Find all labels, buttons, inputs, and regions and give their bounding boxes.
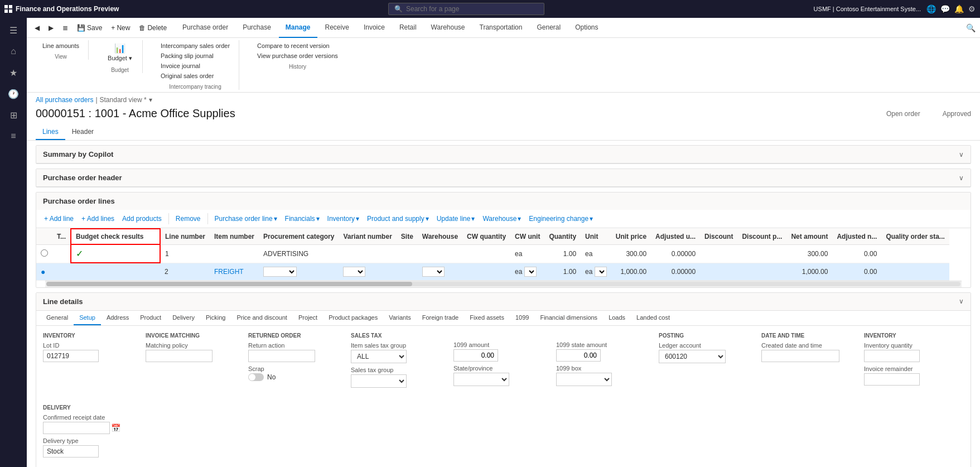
confirmed-receipt-input[interactable] [43, 422, 110, 434]
td-radio-1[interactable] [36, 244, 52, 263]
detail-tab-financial-dimensions[interactable]: Financial dimensions [534, 311, 603, 325]
intercompany-sales-order-button[interactable]: Intercompany sales order [158, 41, 232, 50]
tab-warehouse[interactable]: Warehouse [424, 18, 472, 38]
product-and-supply-dropdown[interactable]: Product and supply ▾ [364, 213, 432, 224]
detail-tab-product-packages[interactable]: Product packages [323, 311, 383, 325]
section-line-details-header[interactable]: Line details ∨ [36, 293, 971, 311]
item-sales-tax-group-select[interactable]: ALL [351, 350, 407, 363]
section-po-header-header[interactable]: Purchase order header ∨ [36, 169, 971, 187]
breadcrumb-link[interactable]: All purchase orders [36, 96, 93, 104]
detail-tab-loads[interactable]: Loads [603, 311, 631, 325]
tab-purchase-order[interactable]: Purchase order [176, 18, 235, 38]
detail-tab-setup[interactable]: Setup [74, 311, 101, 325]
tab-options[interactable]: Options [568, 18, 605, 38]
table-row[interactable]: ● 2 FREIGHT [36, 263, 949, 280]
scrap-toggle[interactable] [248, 373, 264, 381]
inventory-dropdown[interactable]: Inventory ▾ [324, 213, 363, 224]
matching-policy-input[interactable] [146, 350, 213, 362]
side-nav-favorites[interactable]: ★ [1, 62, 26, 83]
detail-tab-variants[interactable]: Variants [383, 311, 417, 325]
packing-slip-journal-button[interactable]: Packing slip journal [158, 51, 232, 60]
tab-receive[interactable]: Receive [318, 18, 356, 38]
ribbon-search-button[interactable]: 🔍 [966, 23, 976, 32]
tab-manage[interactable]: Manage [279, 18, 317, 38]
tab-transportation[interactable]: Transportation [473, 18, 529, 38]
financials-dropdown[interactable]: Financials ▾ [282, 213, 323, 224]
warehouse-select-2[interactable] [422, 267, 445, 277]
unit-select-2[interactable] [595, 267, 607, 277]
invoice-remainder-input[interactable] [864, 373, 920, 386]
calendar-icon[interactable]: 📅 [111, 423, 120, 432]
view-po-versions-button[interactable]: View purchase order versions [255, 51, 340, 60]
warehouse-dropdown[interactable]: Warehouse ▾ [479, 213, 524, 224]
return-action-input[interactable] [248, 350, 315, 362]
section-summary-copilot-header[interactable]: Summary by Copilot ∨ [36, 146, 971, 163]
tab-lines[interactable]: Lines [36, 124, 65, 140]
settings-icon[interactable]: ⚙ [968, 4, 976, 13]
tab-header[interactable]: Header [65, 124, 100, 140]
remove-button[interactable]: Remove [172, 213, 204, 224]
detail-tab-delivery[interactable]: Delivery [167, 311, 200, 325]
side-nav-modules[interactable]: ≡ [1, 126, 26, 146]
add-products-button[interactable]: Add products [119, 213, 165, 224]
amount-1099-state-input[interactable] [556, 349, 601, 362]
original-sales-order-button[interactable]: Original sales order [158, 71, 232, 80]
update-line-dropdown[interactable]: Update line ▾ [433, 213, 479, 224]
side-nav-home[interactable]: ⌂ [1, 41, 26, 61]
purchase-order-line-dropdown[interactable]: Purchase order line ▾ [211, 213, 281, 224]
detail-tab-picking[interactable]: Picking [200, 311, 231, 325]
chat-icon[interactable]: 💬 [940, 4, 950, 13]
side-nav-workspaces[interactable]: ⊞ [1, 105, 26, 125]
save-button[interactable]: 💾 Save [74, 22, 105, 34]
inventory-quantity-input[interactable] [864, 350, 920, 362]
breadcrumb-chevron[interactable]: ▾ [149, 96, 152, 104]
sales-tax-group-select[interactable] [351, 374, 407, 388]
side-nav-hamburger[interactable]: ☰ [1, 20, 26, 40]
side-nav-recent[interactable]: 🕐 [1, 84, 26, 104]
ribbon-search[interactable]: 🔍 [966, 23, 976, 32]
variant-select-2[interactable] [343, 267, 365, 277]
ledger-account-select[interactable]: 600120 [659, 350, 726, 363]
delete-button[interactable]: 🗑 Delete [136, 22, 170, 34]
detail-tab-product[interactable]: Product [134, 311, 167, 325]
back-button[interactable]: ◀ [31, 22, 43, 34]
td-item-number-2[interactable]: FREIGHT [210, 263, 259, 280]
add-lines-button[interactable]: + Add lines [78, 213, 118, 224]
amount-1099-input[interactable] [453, 349, 498, 362]
detail-tab-general[interactable]: General [41, 311, 74, 325]
invoice-journal-button[interactable]: Invoice journal [158, 61, 232, 70]
detail-tab-project[interactable]: Project [293, 311, 323, 325]
tab-invoice[interactable]: Invoice [357, 18, 392, 38]
new-button[interactable]: + New [108, 22, 133, 34]
list-view-button[interactable]: ≣ [59, 22, 71, 34]
table-row[interactable]: ✓ 1 ADVERTISING ea 1.00 ea [36, 244, 949, 263]
tab-general[interactable]: General [530, 18, 567, 38]
detail-tab-address[interactable]: Address [101, 311, 134, 325]
radio-1[interactable] [41, 249, 48, 257]
horizontal-scrollbar[interactable] [45, 281, 962, 287]
tab-purchase[interactable]: Purchase [236, 18, 278, 38]
cw-unit-select-2[interactable] [524, 267, 537, 277]
state-province-select[interactable] [453, 373, 509, 386]
detail-tab-1099[interactable]: 1099 [510, 311, 534, 325]
search-input[interactable] [406, 5, 538, 13]
created-date-input[interactable] [761, 350, 839, 362]
tab-retail[interactable]: Retail [393, 18, 423, 38]
td-radio-2[interactable]: ● [36, 263, 52, 280]
detail-tab-price-discount[interactable]: Price and discount [231, 311, 293, 325]
line-amounts-button[interactable]: Line amounts [40, 41, 81, 50]
delivery-type-input[interactable] [43, 445, 99, 458]
detail-tab-fixed-assets[interactable]: Fixed assets [464, 311, 510, 325]
lot-id-input[interactable] [43, 350, 99, 362]
procurement-category-select-2[interactable] [263, 267, 297, 277]
search-bar[interactable]: 🔍 [388, 3, 544, 15]
forward-button[interactable]: ▶ [45, 22, 57, 34]
engineering-change-dropdown[interactable]: Engineering change ▾ [525, 213, 596, 224]
detail-tab-landed-cost[interactable]: Landed cost [631, 311, 675, 325]
detail-tab-foreign-trade[interactable]: Foreign trade [417, 311, 464, 325]
notification-icon[interactable]: 🔔 [954, 4, 964, 13]
compare-recent-button[interactable]: Compare to recent version [255, 41, 340, 50]
add-line-button[interactable]: + Add line [41, 213, 77, 224]
globe-icon[interactable]: 🌐 [926, 4, 936, 13]
budget-button[interactable]: 📊 Budget ▾ [104, 41, 136, 64]
